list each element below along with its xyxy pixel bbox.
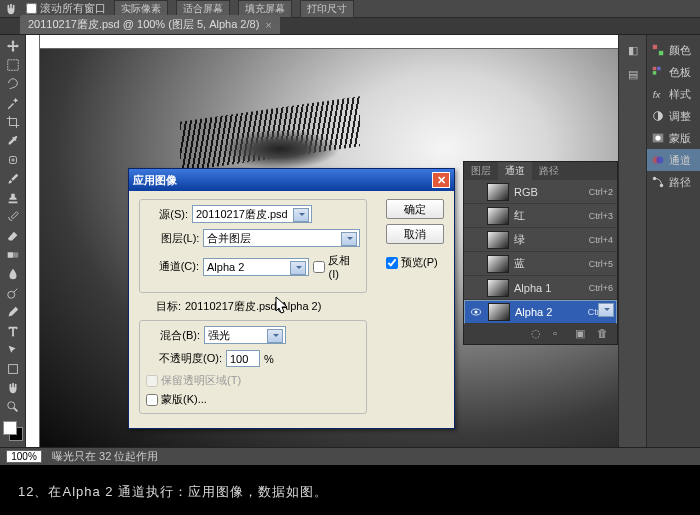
marquee-tool[interactable]: [3, 56, 23, 74]
channel-thumb: [487, 207, 509, 225]
sidebar-item-swatches[interactable]: 色板: [647, 61, 700, 83]
new-channel-icon[interactable]: ▣: [575, 327, 589, 341]
visibility-icon[interactable]: [468, 209, 482, 223]
ok-button[interactable]: 确定: [386, 199, 444, 219]
document-tab[interactable]: 20110217磨皮.psd @ 100% (图层 5, Alpha 2/8) …: [20, 15, 280, 34]
preview-checkbox[interactable]: 预览(P): [386, 255, 444, 270]
zoom-input[interactable]: [6, 450, 42, 463]
svg-point-21: [475, 311, 478, 314]
channel-name: RGB: [514, 186, 584, 198]
hand-tool[interactable]: [3, 379, 23, 397]
dock-history-icon[interactable]: ▤: [623, 65, 643, 83]
print-size-button[interactable]: 打印尺寸: [300, 0, 354, 18]
delete-icon[interactable]: 🗑: [597, 327, 611, 341]
tutorial-caption: 12、在Alpha 2 通道执行：应用图像，数据如图。: [18, 483, 328, 501]
channel-row[interactable]: Alpha 2Ctrl+7: [464, 300, 617, 324]
color-swatch[interactable]: [3, 421, 23, 441]
crop-tool[interactable]: [3, 113, 23, 131]
sidebar-item-paths[interactable]: 路径: [647, 171, 700, 193]
preview-label: 预览(P): [401, 255, 438, 270]
channel-row[interactable]: 蓝Ctrl+5: [464, 252, 617, 276]
apply-image-dialog: 应用图像 ✕ 确定 取消 预览(P) 源(S): 20110217磨皮.psd …: [128, 168, 455, 429]
source-select[interactable]: 20110217磨皮.psd: [192, 205, 312, 223]
ruler-horizontal: [26, 35, 618, 49]
shape-tool[interactable]: [3, 360, 23, 378]
dialog-title: 应用图像: [133, 173, 177, 188]
channel-value: Alpha 2: [207, 261, 244, 273]
sidebar-item-mask[interactable]: 蒙版: [647, 127, 700, 149]
visibility-icon[interactable]: [468, 233, 482, 247]
visibility-icon[interactable]: [468, 281, 482, 295]
close-tab-icon[interactable]: ×: [265, 19, 271, 31]
invert-checkbox[interactable]: 反相(I): [313, 253, 360, 280]
eraser-tool[interactable]: [3, 227, 23, 245]
toolbox: [0, 35, 26, 447]
channel-name: Alpha 2: [515, 306, 583, 318]
tab-channels[interactable]: 通道: [498, 162, 532, 180]
path-tool[interactable]: [3, 341, 23, 359]
channel-row[interactable]: RGBCtrl+2: [464, 180, 617, 204]
preserve-transparency-checkbox: 保留透明区域(T): [146, 373, 360, 388]
channel-thumb: [487, 255, 509, 273]
ruler-vertical: [26, 35, 40, 447]
eyedropper-tool[interactable]: [3, 132, 23, 150]
blend-select[interactable]: 强光: [204, 326, 286, 344]
visibility-icon[interactable]: [469, 305, 483, 319]
load-selection-icon[interactable]: ◌: [531, 327, 545, 341]
sidebar-item-channels[interactable]: 通道: [647, 149, 700, 171]
blend-value: 强光: [208, 328, 230, 343]
channel-row[interactable]: 红Ctrl+3: [464, 204, 617, 228]
visibility-icon[interactable]: [468, 185, 482, 199]
channel-thumb: [487, 231, 509, 249]
right-dock: ◧ ▤: [618, 35, 646, 447]
save-selection-icon[interactable]: ▫: [553, 327, 567, 341]
channel-thumb: [487, 279, 509, 297]
dock-expand-icon[interactable]: ◧: [623, 41, 643, 59]
sidebar-item-adjust[interactable]: 调整: [647, 105, 700, 127]
channel-name: Alpha 1: [514, 282, 584, 294]
history-brush-tool[interactable]: [3, 208, 23, 226]
tab-layers[interactable]: 图层: [464, 162, 498, 180]
cancel-button[interactable]: 取消: [386, 224, 444, 244]
dodge-tool[interactable]: [3, 284, 23, 302]
hand-tool-icon: [4, 2, 18, 16]
close-icon[interactable]: ✕: [432, 172, 450, 188]
tab-paths[interactable]: 路径: [532, 162, 566, 180]
pen-tool[interactable]: [3, 303, 23, 321]
document-tab-label: 20110217磨皮.psd @ 100% (图层 5, Alpha 2/8): [28, 17, 259, 32]
wand-tool[interactable]: [3, 94, 23, 112]
move-tool[interactable]: [3, 37, 23, 55]
svg-rect-0: [7, 60, 18, 71]
gradient-tool[interactable]: [3, 246, 23, 264]
stamp-tool[interactable]: [3, 189, 23, 207]
panel-footer: ◌ ▫ ▣ 🗑: [464, 324, 617, 344]
sidebar-item-styles[interactable]: fx样式: [647, 83, 700, 105]
scroll-all-checkbox[interactable]: 滚动所有窗口: [26, 1, 106, 16]
brush-tool[interactable]: [3, 170, 23, 188]
blur-tool[interactable]: [3, 265, 23, 283]
svg-rect-3: [7, 252, 12, 257]
document-tab-bar: 20110217磨皮.psd @ 100% (图层 5, Alpha 2/8) …: [0, 18, 700, 35]
opacity-label: 不透明度(O):: [146, 351, 222, 366]
svg-point-4: [7, 291, 14, 298]
heal-tool[interactable]: [3, 151, 23, 169]
channel-select[interactable]: Alpha 2: [203, 258, 309, 276]
mask-checkbox[interactable]: 蒙版(K)...: [146, 392, 360, 407]
lasso-tool[interactable]: [3, 75, 23, 93]
opacity-input[interactable]: [226, 350, 260, 367]
zoom-tool[interactable]: [3, 398, 23, 416]
sidebar-item-label: 样式: [669, 87, 691, 102]
channel-row[interactable]: 绿Ctrl+4: [464, 228, 617, 252]
source-value: 20110217磨皮.psd: [196, 207, 288, 222]
channel-thumb: [487, 183, 509, 201]
channel-shortcut: Ctrl+7: [588, 307, 612, 317]
layer-select[interactable]: 合并图层: [203, 229, 360, 247]
svg-rect-7: [653, 45, 657, 49]
dialog-titlebar[interactable]: 应用图像 ✕: [129, 169, 454, 191]
layer-value: 合并图层: [207, 231, 251, 246]
channel-row[interactable]: Alpha 1Ctrl+6: [464, 276, 617, 300]
visibility-icon[interactable]: [468, 257, 482, 271]
channel-shortcut: Ctrl+6: [589, 283, 613, 293]
sidebar-item-color[interactable]: 颜色: [647, 39, 700, 61]
type-tool[interactable]: [3, 322, 23, 340]
